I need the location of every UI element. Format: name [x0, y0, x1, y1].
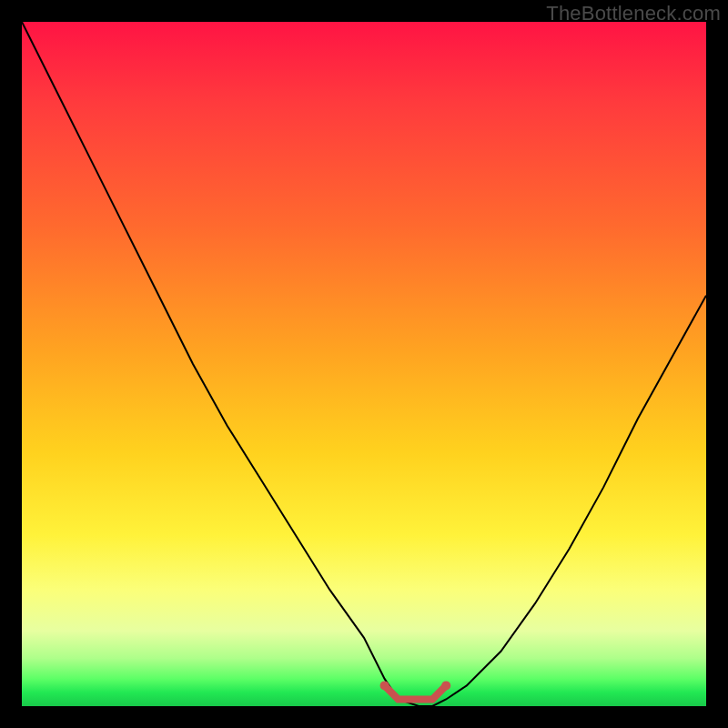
bottleneck-band-path — [385, 685, 447, 699]
chart-frame: TheBottleneck.com — [0, 0, 728, 728]
band-end-left — [380, 681, 389, 690]
band-end-right — [441, 681, 450, 690]
plot-area — [22, 22, 706, 706]
bottleneck-chart-svg — [22, 22, 706, 706]
bottleneck-curve-path — [22, 22, 706, 706]
